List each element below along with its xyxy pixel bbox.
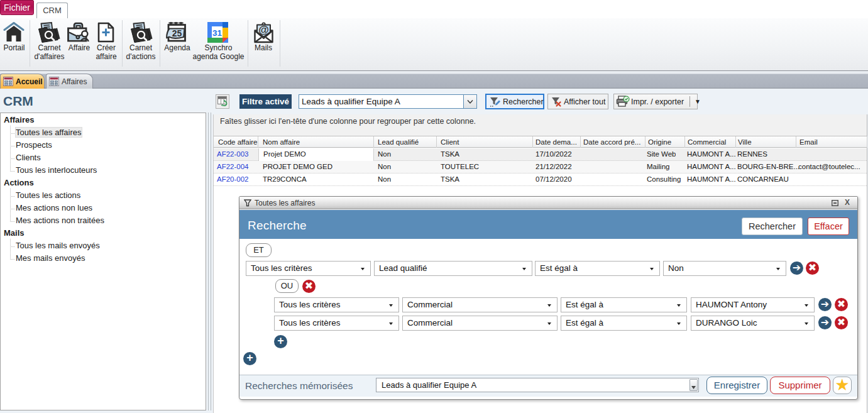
svg-text:31: 31 <box>212 28 222 38</box>
svg-text:25: 25 <box>172 28 182 38</box>
